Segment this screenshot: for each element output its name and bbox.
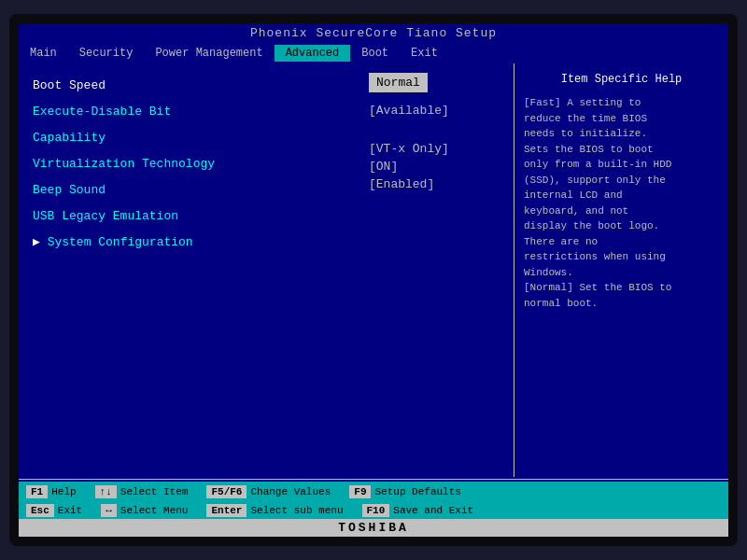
bios-screen: Phoenix SecureCore Tiano Setup Main Secu…: [19, 23, 728, 537]
status-f9: F9 Setup Defaults: [349, 485, 461, 498]
key-esc[interactable]: Esc: [26, 504, 54, 517]
menu-power[interactable]: Power Management: [144, 45, 274, 62]
label-select-submenu: Select sub menu: [250, 505, 343, 516]
menu-boot[interactable]: Boot: [350, 45, 400, 62]
status-f10: F10 Save and Exit: [362, 504, 474, 517]
brand-bar: TOSHIBA: [19, 519, 728, 537]
content-area: Boot Speed Execute-Disable Bit Capabilit…: [19, 63, 728, 477]
key-updown[interactable]: ↑↓: [95, 485, 117, 498]
label-change-values: Change Values: [250, 486, 331, 497]
label-select-menu: Select Menu: [120, 505, 189, 516]
value-boot-speed[interactable]: Normal: [369, 73, 428, 92]
title-text: Phoenix SecureCore Tiano Setup: [250, 26, 497, 40]
values-panel: Normal [Available] [VT-x Only] [ON] [Ena…: [364, 63, 514, 477]
setting-beep-sound[interactable]: Beep Sound: [33, 177, 350, 203]
setting-boot-speed[interactable]: Boot Speed: [33, 73, 350, 99]
settings-panel: Boot Speed Execute-Disable Bit Capabilit…: [19, 63, 364, 477]
setting-execute-disable[interactable]: Execute-Disable Bit: [33, 99, 350, 125]
key-f5f6[interactable]: F5/F6: [206, 485, 247, 498]
label-exit: Exit: [58, 505, 82, 516]
laptop-bezel: Phoenix SecureCore Tiano Setup Main Secu…: [9, 14, 738, 546]
key-f10[interactable]: F10: [362, 504, 390, 517]
settings-list: Boot Speed Execute-Disable Bit Capabilit…: [33, 73, 350, 256]
status-select-menu: ↔ Select Menu: [101, 504, 188, 517]
value-virtualization: [VT-x Only]: [369, 142, 509, 156]
label-select-item: Select Item: [120, 486, 189, 497]
setting-usb-legacy[interactable]: USB Legacy Emulation: [33, 203, 350, 230]
setting-system-config[interactable]: System Configuration: [33, 230, 350, 256]
label-help: Help: [51, 486, 76, 497]
menu-security[interactable]: Security: [68, 45, 145, 62]
help-text: [Fast] A setting to reduce the time BIOS…: [524, 95, 719, 311]
status-f5f6: F5/F6 Change Values: [206, 485, 331, 498]
status-enter: Enter Select sub menu: [206, 504, 343, 517]
setting-virtualization[interactable]: Virtualization Technology: [33, 151, 350, 177]
status-select-item: ↑↓ Select Item: [95, 485, 189, 498]
brand-text: TOSHIBA: [338, 521, 409, 535]
menu-exit[interactable]: Exit: [400, 45, 449, 62]
label-save-exit: Save and Exit: [393, 505, 473, 516]
status-bar-top: F1 Help ↑↓ Select Item F5/F6 Change Valu…: [19, 482, 728, 502]
menu-main[interactable]: Main: [19, 45, 68, 62]
menu-advanced[interactable]: Advanced: [275, 45, 351, 62]
setting-capability[interactable]: Capability: [33, 125, 350, 151]
help-title: Item Specific Help: [524, 71, 719, 88]
status-esc: Esc Exit: [26, 504, 82, 517]
label-setup-defaults: Setup Defaults: [374, 486, 460, 497]
key-enter[interactable]: Enter: [206, 504, 247, 517]
value-usb-legacy: [Enabled]: [369, 177, 509, 191]
bios-title: Phoenix SecureCore Tiano Setup: [19, 23, 728, 43]
key-f9[interactable]: F9: [349, 485, 371, 498]
help-panel: Item Specific Help [Fast] A setting to r…: [514, 63, 728, 477]
status-f1: F1 Help: [26, 485, 77, 498]
menu-bar: Main Security Power Management Advanced …: [19, 43, 728, 63]
key-f1[interactable]: F1: [26, 485, 48, 498]
value-execute-disable: [Available]: [369, 104, 509, 118]
status-bar-bottom: Esc Exit ↔ Select Menu Enter Select sub …: [19, 502, 728, 519]
key-leftright[interactable]: ↔: [101, 504, 117, 517]
value-beep-sound: [ON]: [369, 160, 509, 174]
divider-1: [19, 479, 728, 480]
